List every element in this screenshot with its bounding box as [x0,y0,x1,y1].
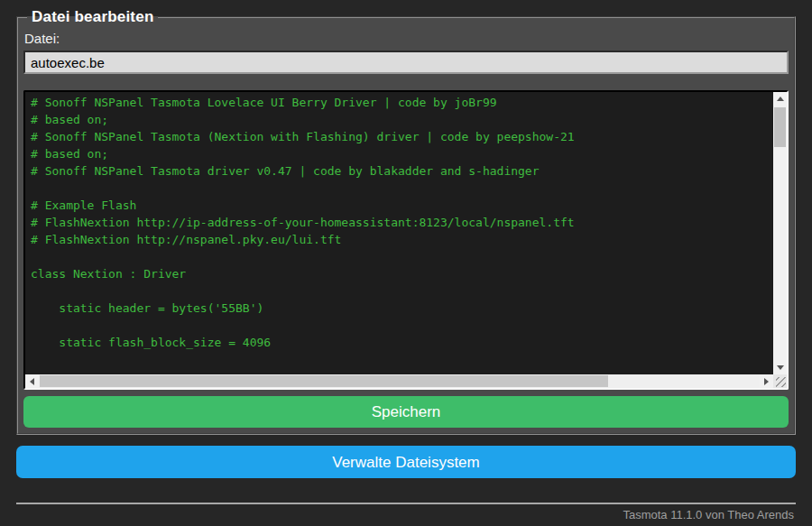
horizontal-scrollbar-thumb[interactable] [40,375,608,387]
footer-divider [16,503,796,504]
page: Datei bearbeiten Datei: # Sonoff NSPanel… [0,0,812,526]
manage-filesystem-button[interactable]: Verwalte Dateisystem [16,446,796,478]
scrollbar-corner[interactable] [773,374,787,388]
footer-version-text: Tasmota 11.1.0 von Theo Arends [16,508,796,521]
file-content-textarea[interactable]: # Sonoff NSPanel Tasmota Lovelace UI Ber… [25,92,773,374]
triangle-left-icon [26,378,34,385]
scroll-right-button[interactable] [760,374,773,388]
triangle-down-icon [777,365,784,374]
triangle-right-icon [764,378,772,385]
vertical-scrollbar[interactable] [773,92,787,374]
file-name-input[interactable] [23,51,789,74]
scroll-left-button[interactable] [25,374,39,388]
horizontal-scrollbar[interactable] [25,374,773,388]
scroll-up-button[interactable] [773,92,787,106]
triangle-up-icon [777,93,784,101]
save-button[interactable]: Speichern [23,396,789,428]
resize-grip-icon [776,377,786,387]
edit-file-panel: Datei bearbeiten Datei: # Sonoff NSPanel… [16,8,796,435]
file-name-label: Datei: [24,31,789,46]
vertical-scrollbar-thumb[interactable] [774,107,786,147]
panel-legend: Datei bearbeiten [27,8,158,26]
file-editor: # Sonoff NSPanel Tasmota Lovelace UI Ber… [23,90,789,390]
scroll-down-button[interactable] [773,361,787,374]
